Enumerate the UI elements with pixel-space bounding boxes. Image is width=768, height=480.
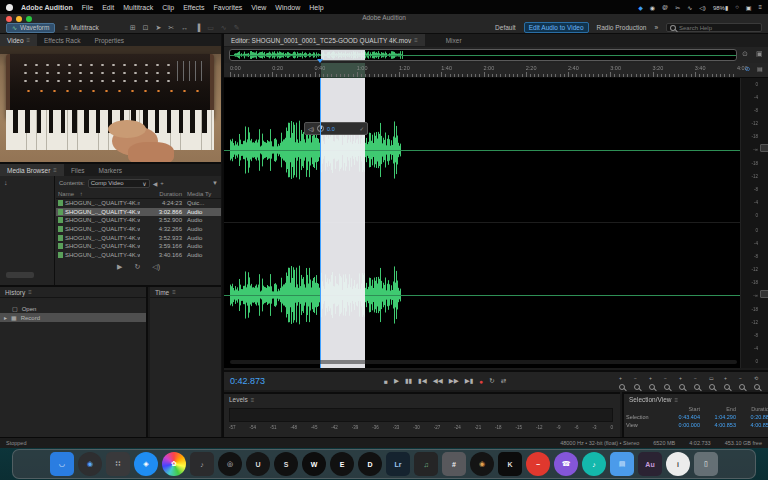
dock-icon-plugin-c[interactable]: S — [274, 452, 298, 476]
table-row[interactable]: SHOGUN_.._QUALITY-4K.mov 4:24:23 Quic... — [56, 199, 221, 208]
dock-icon-trash[interactable]: ▯ — [694, 452, 718, 476]
workspace-radio-production[interactable]: Radio Production — [597, 24, 647, 31]
table-row[interactable]: SHOGUN_.._QUALITY-4K.wav 3:52.900 Audio — [56, 216, 221, 225]
column-duration[interactable]: Duration — [140, 191, 182, 197]
transport-fast-forward[interactable]: ▶▶ — [449, 377, 459, 385]
hud-value[interactable]: 0.0 — [327, 126, 335, 132]
timeline-ruler[interactable]: 0:000:200:401:001:201:402:002:202:403:00… — [224, 63, 768, 78]
workspace-overflow-icon[interactable]: » — [654, 24, 658, 31]
view-end[interactable]: 4:00.853 — [700, 422, 736, 428]
dock-icon-safari[interactable]: ◈ — [134, 452, 158, 476]
tab-video[interactable]: Video ≡ — [0, 34, 37, 46]
transport-record[interactable]: ● — [479, 378, 483, 385]
playhead-line[interactable] — [320, 78, 321, 368]
tab-properties[interactable]: Properties — [87, 34, 131, 46]
menubar-list[interactable]: ≡ — [758, 4, 762, 10]
history-item-record[interactable]: ▸ ▦ Record — [0, 313, 146, 322]
menubar-at[interactable]: @ — [662, 4, 668, 10]
menubar-control-center[interactable]: ▣ — [746, 4, 752, 11]
import-icon[interactable]: ↓ — [4, 179, 8, 186]
playhead-marker[interactable] — [317, 59, 323, 63]
contents-dropdown[interactable]: Comp Video ∨ — [88, 179, 150, 188]
table-row[interactable]: SHOGUN_.._QUALITY-4K.wav 3:52.933 Audio — [56, 233, 221, 242]
toolbar-lasso-tool[interactable]: ∿ — [221, 24, 227, 32]
selection-start[interactable]: 0:43.404 — [664, 414, 700, 420]
dock-icon-siri[interactable]: ◉ — [78, 452, 102, 476]
toolbar-panel-a[interactable]: ⊞ — [130, 24, 136, 32]
dock-icon-phone[interactable]: ☎ — [554, 452, 578, 476]
table-row[interactable]: SHOGUN_.._QUALITY-4K.wav 4:32.266 Audio — [56, 225, 221, 234]
view-start[interactable]: 0:00.000 — [664, 422, 700, 428]
dock-icon-calculator[interactable]: # — [442, 452, 466, 476]
toolbar-brush-tool[interactable]: ✎ — [234, 24, 240, 32]
table-row[interactable]: SHOGUN_.._QUALITY-4K.wav 3:59.166 Audio — [56, 242, 221, 251]
transport-go-end[interactable]: ▶▮ — [465, 377, 474, 385]
tab-markers[interactable]: Markers — [92, 164, 129, 176]
table-row[interactable]: SHOGUN_.._QUALITY-4K.wav 3:02.866 Audio — [56, 208, 221, 217]
menu-item-8[interactable]: Window — [275, 4, 300, 11]
amplitude-scale[interactable]: 0-4-8-12-18-∞-18-12-8-40 0-4-8-12-18-∞-1… — [740, 78, 768, 368]
panel-menu-icon[interactable]: ≡ — [251, 397, 255, 403]
levels-header[interactable]: Levels ≡ — [224, 394, 620, 405]
menu-item-9[interactable]: Help — [309, 4, 323, 11]
menu-item-4[interactable]: Clip — [162, 4, 174, 11]
transport-skip-selection[interactable]: ⇄ — [501, 377, 506, 385]
toolbar-razor-tool[interactable]: ✂ — [168, 24, 174, 32]
dock-icon-knob-app[interactable]: ◉ — [470, 452, 494, 476]
tool-zoom-in-point[interactable]: + — [724, 376, 734, 386]
dock-icon-music-stream[interactable]: ♪ — [582, 452, 606, 476]
workspace-edit-audio-to-video[interactable]: Edit Audio to Video — [524, 22, 589, 33]
dock-icon-do-not-disturb[interactable]: − — [526, 452, 550, 476]
waveform-mode-button[interactable]: ∿ Waveform — [6, 23, 55, 33]
back-icon[interactable]: ◀ — [153, 180, 158, 187]
dock-icon-wordpress[interactable]: W — [302, 452, 326, 476]
workspace-default[interactable]: Default — [495, 24, 516, 31]
toolbar-move-tool[interactable]: ➤ — [155, 24, 161, 32]
menu-item-5[interactable]: Effects — [183, 4, 204, 11]
panel-menu-icon[interactable]: ≡ — [27, 37, 31, 43]
navigator-selection[interactable] — [321, 50, 365, 61]
tool-zoom-out-v[interactable]: − — [694, 376, 704, 386]
menu-item-6[interactable]: Favorites — [213, 4, 242, 11]
tool-zoom-in-h[interactable]: + — [649, 376, 659, 386]
navigator-fit-icon[interactable]: ▣ — [756, 50, 763, 58]
menubar-dropbox[interactable]: ◆ — [638, 4, 643, 11]
tab-mixer[interactable]: Mixer — [439, 34, 469, 46]
menubar-battery[interactable]: 98%▮ — [713, 4, 728, 11]
menu-item-3[interactable]: Multitrack — [123, 4, 153, 11]
dock-icon-plugin-b[interactable]: U — [246, 452, 270, 476]
dock-icon-lightroom[interactable]: Lr — [386, 452, 410, 476]
transport-go-start[interactable]: ▮◀ — [418, 377, 427, 385]
history-header[interactable]: History ≡ — [0, 287, 146, 298]
transport-pause[interactable]: ▮▮ — [405, 377, 412, 385]
ruler-menu-icon[interactable]: ▤ — [757, 65, 763, 72]
dock-icon-k-app[interactable]: K — [498, 452, 522, 476]
right-channel-button[interactable] — [760, 290, 768, 298]
tool-zoom-reset[interactable]: ⟲ — [754, 376, 764, 386]
horizontal-scrollbar[interactable] — [230, 360, 737, 364]
dock-icon-e-app[interactable]: E — [330, 452, 354, 476]
dock-icon-audition[interactable]: Au — [638, 452, 662, 476]
tab-files[interactable]: Files — [64, 164, 92, 176]
dock-icon-photos[interactable]: ✿ — [162, 452, 186, 476]
navigator-frame[interactable] — [229, 49, 737, 61]
menu-item-2[interactable]: Edit — [102, 4, 114, 11]
left-channel-button[interactable] — [760, 144, 768, 152]
toolbar-time-select-tool[interactable]: ▐ — [195, 24, 200, 32]
tool-zoom-out[interactable]: − — [634, 376, 644, 386]
column-media-type[interactable]: Media Ty — [182, 191, 216, 197]
menu-item-0[interactable]: Adobe Audition — [21, 4, 73, 11]
waveform-display[interactable]: ◁) 0.0 ✓ 0-4-8-12-18-∞-18-12-8-40 0-4-8-… — [224, 78, 768, 368]
menubar-volume[interactable]: ◁) — [699, 4, 706, 11]
history-item-open[interactable]: ▢ Open — [0, 304, 146, 313]
video-preview[interactable] — [0, 46, 221, 162]
menu-item-7[interactable]: View — [251, 4, 266, 11]
selection-duration[interactable]: 0:20.886 — [736, 414, 768, 420]
menubar-stats[interactable]: ◉ — [650, 4, 655, 11]
dock-icon-info[interactable]: i — [666, 452, 690, 476]
table-row[interactable]: SHOGUN_.._QUALITY-4K.wav 3:40.166 Audio — [56, 251, 221, 260]
selection-view-header[interactable]: Selection/View ≡ — [624, 394, 768, 405]
preview-play-icon[interactable]: ▶ — [117, 263, 122, 271]
navigator-settings-icon[interactable]: ⊙ — [742, 50, 748, 58]
hud-apply-icon[interactable]: ✓ — [359, 126, 364, 132]
